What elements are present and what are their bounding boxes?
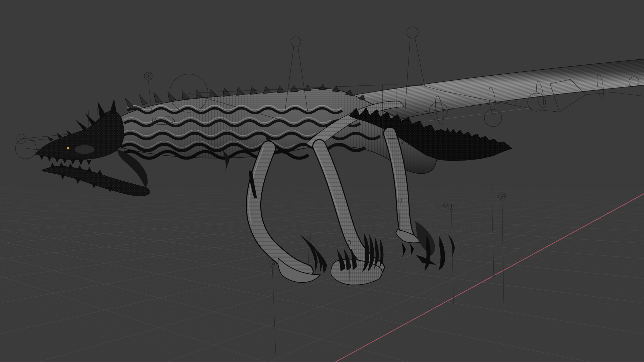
target-center-dot — [451, 206, 452, 208]
3d-viewport[interactable] — [0, 0, 644, 362]
target-center-dot — [148, 75, 149, 77]
origin-point[interactable] — [67, 147, 69, 149]
target-center-dot — [501, 196, 503, 197]
target-center-dot — [272, 263, 273, 265]
viewport-canvas — [0, 0, 644, 362]
